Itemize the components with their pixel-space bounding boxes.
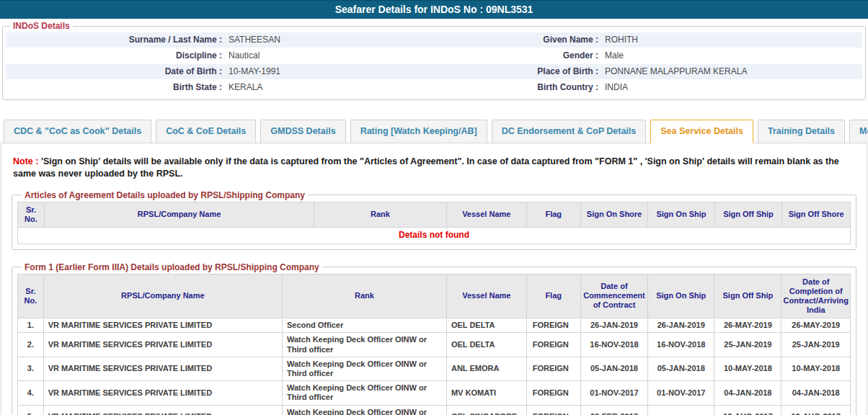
field-label: Discipline : — [6, 50, 222, 61]
table-cell: 05-JAN-2018 — [648, 357, 714, 380]
table-cell: 05-JAN-2018 — [580, 357, 648, 380]
table-cell: 16-NOV-2018 — [648, 333, 714, 357]
column-header: Sr. No. — [18, 274, 44, 318]
note-label: Note : — [13, 156, 38, 166]
table-cell: OEL DELTA — [446, 318, 526, 333]
column-header: Rank — [314, 202, 447, 227]
table-cell: 01-NOV-2017 — [648, 381, 714, 405]
table-cell: OEL SINGAPORE — [446, 405, 526, 415]
field-label: Place of Birth : — [431, 66, 598, 77]
tab-medical-fitness-certificate[interactable]: Medical Fitness Certificate — [849, 120, 868, 143]
column-header: Flag — [526, 274, 580, 318]
table-row: 5.VR MARITIME SERVICES PRIVATE LIMITEDWa… — [18, 405, 851, 415]
table-cell: 04-JAN-2018 — [781, 381, 851, 405]
table-row: 3.VR MARITIME SERVICES PRIVATE LIMITEDWa… — [18, 357, 851, 380]
tab-sea-service-details[interactable]: Sea Service Details — [650, 120, 753, 143]
table-cell: Second Officer — [283, 318, 447, 333]
table-cell: 16-NOV-2018 — [580, 333, 648, 357]
table-cell: 25-JAN-2019 — [714, 333, 781, 357]
note-text: 'Sign on Ship' details will be available… — [13, 156, 839, 179]
empty-row: Details not found — [18, 228, 851, 244]
column-header: Sr. No. — [18, 202, 45, 227]
tab-coc-coe-details[interactable]: CoC & CoE Details — [156, 120, 256, 143]
articles-fieldset: Articles of Agreement Details uploaded b… — [12, 190, 856, 250]
table-cell: FOREIGN — [526, 333, 580, 357]
header-row: Sr. No.RPSL/Company NameRankVessel NameF… — [18, 274, 851, 318]
column-header: Sign On Ship — [648, 202, 714, 227]
tab-training-details[interactable]: Training Details — [758, 120, 845, 143]
table-row: 4.VR MARITIME SERVICES PRIVATE LIMITEDWa… — [18, 381, 851, 405]
table-cell: Watch Keeping Deck Officer OINW or Third… — [283, 357, 447, 380]
indos-details-fieldset: INDoS Details Surname / Last Name :SATHE… — [2, 21, 866, 100]
table-cell: 13-AUG-2017 — [781, 405, 851, 415]
tab-rating-watch-keeping-ab[interactable]: Rating [Watch Keeping/AB] — [350, 120, 487, 143]
column-header: Sign Off Ship — [714, 202, 782, 227]
column-header: Sign Off Shore — [782, 202, 851, 227]
column-header: Vessel Name — [446, 274, 526, 318]
column-header: RPSL/Company Name — [43, 274, 282, 318]
field-label: Given Name : — [431, 35, 598, 45]
field-value: Nautical — [222, 50, 431, 61]
table-cell: MV KOMATI — [446, 381, 526, 405]
table-cell: VR MARITIME SERVICES PRIVATE LIMITED — [43, 357, 282, 380]
table-cell: 2. — [18, 333, 44, 357]
table-cell: 13-AUG-2017 — [714, 405, 781, 415]
table-cell: 01-NOV-2017 — [580, 381, 648, 405]
table-cell: ANL EMORA — [446, 357, 526, 380]
header-row: Sr. No.RPSL/Company NameRankVessel NameF… — [18, 202, 851, 227]
articles-legend: Articles of Agreement Details uploaded b… — [22, 190, 308, 200]
field-value: SATHEESAN — [222, 35, 431, 45]
table-row: 2.VR MARITIME SERVICES PRIVATE LIMITEDWa… — [18, 333, 851, 357]
table-cell: VR MARITIME SERVICES PRIVATE LIMITED — [43, 318, 282, 333]
content-panel: Note : 'Sign on Ship' details will be av… — [1, 143, 867, 415]
column-header: Date of Commencement of Contract — [580, 274, 648, 318]
field-value: 10-MAY-1991 — [222, 66, 431, 77]
table-row: 1.VR MARITIME SERVICES PRIVATE LIMITEDSe… — [18, 318, 851, 333]
note: Note : 'Sign on Ship' details will be av… — [13, 156, 855, 180]
column-header: Sign On Shore — [580, 202, 648, 227]
table-cell — [648, 405, 714, 415]
table-cell: 10-MAY-2018 — [781, 357, 851, 380]
field-value: Male — [598, 50, 862, 61]
indos-row: Surname / Last Name :SATHEESANGiven Name… — [6, 32, 862, 48]
field-label: Birth State : — [6, 82, 222, 93]
field-value: INDIA — [598, 82, 862, 93]
articles-table: Sr. No.RPSL/Company NameRankVessel NameF… — [17, 202, 851, 244]
table-cell: Watch Keeping Deck Officer OINW or Third… — [283, 381, 447, 405]
column-header: Sign On Ship — [648, 274, 714, 318]
tab-cdc-coc-as-cook-details[interactable]: CDC & "CoC as Cook" Details — [4, 120, 151, 143]
table-cell: 04-JAN-2018 — [714, 381, 781, 405]
form1-table: Sr. No.RPSL/Company NameRankVessel NameF… — [17, 274, 851, 415]
field-label: Date of Birth : — [6, 66, 222, 77]
field-label: Gender : — [431, 50, 598, 61]
table-cell: 25-JAN-2019 — [781, 333, 851, 357]
indos-row: Date of Birth :10-MAY-1991Place of Birth… — [6, 63, 862, 79]
table-cell: Watch Keeping Deck Officer OINW or Third… — [283, 405, 447, 415]
table-cell: 10-MAY-2018 — [714, 357, 781, 380]
column-header: Date of Completion of Contract/Arriving … — [781, 274, 851, 318]
tab-gmdss-details[interactable]: GMDSS Details — [260, 120, 345, 143]
form1-fieldset: Form 1 (Earlier Form IIIA) Details uploa… — [12, 262, 856, 415]
table-cell: VR MARITIME SERVICES PRIVATE LIMITED — [43, 333, 282, 357]
field-label: Birth Country : — [431, 82, 598, 93]
column-header: Sign Off Ship — [714, 274, 781, 318]
table-cell: FOREIGN — [526, 357, 580, 380]
column-header: Flag — [526, 202, 580, 227]
page-title: Seafarer Details for INDoS No : 09NL3531 — [0, 0, 868, 19]
table-cell: FOREIGN — [526, 405, 580, 415]
table-cell: 26-JAN-2019 — [648, 318, 714, 333]
table-cell: VR MARITIME SERVICES PRIVATE LIMITED — [43, 405, 282, 415]
table-cell: 26-MAY-2019 — [714, 318, 781, 333]
table-cell: Watch Keeping Deck Officer OINW or Third… — [283, 333, 447, 357]
table-cell: 5. — [18, 405, 44, 415]
table-cell: VR MARITIME SERVICES PRIVATE LIMITED — [43, 381, 282, 405]
indos-rows: Surname / Last Name :SATHEESANGiven Name… — [6, 32, 862, 95]
form1-legend: Form 1 (Earlier Form IIIA) Details uploa… — [22, 262, 322, 272]
field-value: PONNANE MALAPPURAM KERALA — [598, 66, 862, 77]
table-cell: 4. — [18, 381, 44, 405]
table-cell: OEL DELTA — [446, 333, 526, 357]
column-header: Vessel Name — [446, 202, 526, 227]
column-header: RPSL/Company Name — [44, 202, 314, 227]
tab-dc-endorsement-cop-details[interactable]: DC Endorsement & CoP Details — [492, 120, 647, 143]
field-value: KERALA — [222, 82, 431, 93]
